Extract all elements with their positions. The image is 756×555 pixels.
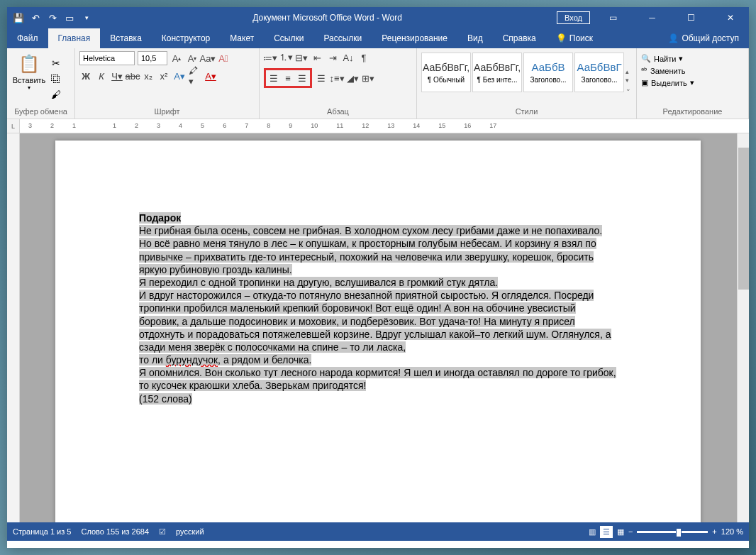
underline-icon[interactable]: Ч▾: [111, 70, 123, 82]
tab-view[interactable]: Вид: [457, 28, 493, 48]
close-icon[interactable]: ✕: [714, 7, 746, 28]
ribbon: 📋Вставить▾ ✂ ⿻ 🖌 Буфер обмена A▴ A▾ Aa▾ …: [7, 48, 749, 119]
copy-icon[interactable]: ⿻: [50, 73, 62, 86]
tab-design[interactable]: Конструктор: [152, 28, 220, 48]
zoom-in-icon[interactable]: +: [712, 527, 716, 536]
multilevel-icon[interactable]: ⊟▾: [295, 51, 308, 64]
numbering-icon[interactable]: ⒈▾: [279, 51, 292, 64]
subscript-icon[interactable]: x₂: [142, 70, 155, 82]
vertical-scrollbar[interactable]: [737, 133, 749, 522]
save-icon[interactable]: 💾: [13, 12, 24, 23]
read-mode-icon[interactable]: ▥: [589, 527, 596, 537]
align-right-icon[interactable]: ☰: [296, 72, 308, 84]
tab-help[interactable]: Справка: [493, 28, 546, 48]
print-layout-icon[interactable]: ☰: [600, 526, 613, 538]
bullets-icon[interactable]: ≔▾: [264, 51, 277, 64]
select-icon: ▣: [641, 78, 648, 87]
doc-title: Подарок: [139, 212, 181, 224]
login-button[interactable]: Вход: [557, 11, 590, 24]
tab-insert[interactable]: Вставка: [100, 28, 152, 48]
styles-expand[interactable]: ⌄: [626, 85, 631, 92]
vertical-ruler[interactable]: [7, 133, 20, 522]
tab-references[interactable]: Ссылки: [264, 28, 313, 48]
status-language[interactable]: русский: [176, 527, 204, 536]
replace-button[interactable]: ᵃᵇЗаменить: [641, 66, 744, 75]
find-button[interactable]: 🔍Найти ▾: [641, 54, 744, 63]
page-text[interactable]: Подарок Не грибная была осень, совсем не…: [55, 141, 701, 419]
style-no-spacing[interactable]: АаБбВвГг,¶ Без инте...: [472, 53, 522, 92]
tab-review[interactable]: Рецензирование: [372, 28, 457, 48]
superscript-icon[interactable]: x²: [157, 70, 170, 82]
group-styles-label: Стили: [421, 107, 632, 117]
shading-icon[interactable]: ◢▾: [346, 72, 359, 84]
group-font-label: Шрифт: [79, 107, 255, 117]
group-editing-label: Редактирование: [641, 107, 744, 117]
redo-icon[interactable]: ↷: [47, 12, 58, 23]
shrink-font-icon[interactable]: A▾: [186, 52, 199, 65]
select-button[interactable]: ▣Выделить ▾: [641, 78, 744, 87]
title-bar: 💾 ↶ ↷ ▭ ▾ Документ Microsoft Office Word…: [7, 7, 749, 28]
page[interactable]: Подарок Не грибная была осень, совсем не…: [55, 141, 701, 522]
zoom-out-icon[interactable]: −: [628, 527, 633, 536]
align-left-icon[interactable]: ☰: [267, 72, 280, 84]
change-case-icon[interactable]: Aa▾: [201, 52, 214, 65]
group-clipboard-label: Буфер обмена: [11, 107, 70, 117]
undo-icon[interactable]: ↶: [30, 12, 41, 23]
bold-icon[interactable]: Ж: [79, 70, 92, 82]
status-words[interactable]: Слово 155 из 2684: [81, 527, 149, 536]
qat-more-icon[interactable]: ▾: [81, 12, 92, 23]
group-paragraph-label: Абзац: [264, 107, 412, 117]
font-size-input[interactable]: [138, 51, 167, 65]
ribbon-display-icon[interactable]: ▭: [597, 7, 629, 28]
minimize-icon[interactable]: ─: [636, 7, 668, 28]
status-bar: Страница 1 из 5 Слово 155 из 2684 ☑ русс…: [7, 522, 749, 541]
zoom-level[interactable]: 120 %: [721, 527, 743, 536]
borders-icon[interactable]: ⊞▾: [362, 72, 374, 84]
style-heading2[interactable]: АаБбВвГЗаголово...: [574, 53, 624, 92]
maximize-icon[interactable]: ☐: [675, 7, 707, 28]
font-color-icon[interactable]: A▾: [204, 70, 217, 82]
paste-button[interactable]: 📋Вставить▾: [11, 51, 47, 107]
tab-layout[interactable]: Макет: [220, 28, 264, 48]
tab-mailings[interactable]: Рассылки: [313, 28, 372, 48]
strike-icon[interactable]: abc: [126, 70, 139, 82]
search-icon: 🔍: [641, 54, 651, 63]
tab-home[interactable]: Главная: [48, 28, 101, 48]
show-marks-icon[interactable]: ¶: [357, 51, 370, 64]
status-page[interactable]: Страница 1 из 5: [13, 527, 71, 536]
style-normal[interactable]: АаБбВвГг,¶ Обычный: [421, 53, 471, 92]
document-area: Подарок Не грибная была осень, совсем не…: [7, 133, 749, 522]
zoom-slider[interactable]: [637, 531, 708, 533]
highlight-icon[interactable]: 🖍▾: [189, 70, 201, 82]
line-spacing-icon[interactable]: ↕≡▾: [330, 72, 343, 84]
clipboard-icon: 📋: [18, 54, 40, 74]
justify-icon[interactable]: ☰: [315, 72, 328, 84]
grow-font-icon[interactable]: A▴: [170, 52, 183, 65]
align-center-icon[interactable]: ≡: [282, 72, 294, 84]
font-name-input[interactable]: [79, 51, 135, 65]
italic-icon[interactable]: К: [95, 70, 108, 82]
scrollbar-thumb[interactable]: [738, 148, 749, 290]
share-button[interactable]: 👤 Общий доступ: [658, 28, 749, 48]
quick-access-toolbar: 💾 ↶ ↷ ▭ ▾: [7, 12, 98, 23]
tell-me-search[interactable]: 💡 Поиск: [546, 28, 603, 48]
increase-indent-icon[interactable]: ⇥: [326, 51, 339, 64]
text-effects-icon[interactable]: A▾: [173, 70, 186, 82]
style-heading1[interactable]: АаБбВЗаголово...: [523, 53, 573, 92]
clear-format-icon[interactable]: A⃥: [217, 52, 230, 65]
cut-icon[interactable]: ✂: [50, 57, 62, 70]
web-layout-icon[interactable]: ▦: [617, 527, 624, 537]
touchmode-icon[interactable]: ▭: [64, 12, 75, 23]
alignment-highlight: ☰ ≡ ☰: [264, 68, 312, 88]
window-title: Документ Microsoft Office Word - Word: [98, 13, 557, 23]
ribbon-tabs: Файл Главная Вставка Конструктор Макет С…: [7, 28, 749, 48]
tab-file[interactable]: Файл: [7, 28, 48, 48]
styles-scroll-up[interactable]: ▴: [626, 68, 631, 75]
replace-icon: ᵃᵇ: [641, 66, 647, 75]
styles-scroll-down[interactable]: ▾: [626, 77, 631, 84]
format-painter-icon[interactable]: 🖌: [50, 89, 62, 101]
horizontal-ruler[interactable]: L 3211234567891011121314151617: [7, 119, 749, 133]
decrease-indent-icon[interactable]: ⇤: [311, 51, 323, 64]
spellcheck-icon[interactable]: ☑: [159, 527, 166, 537]
sort-icon[interactable]: A↓: [342, 51, 355, 64]
